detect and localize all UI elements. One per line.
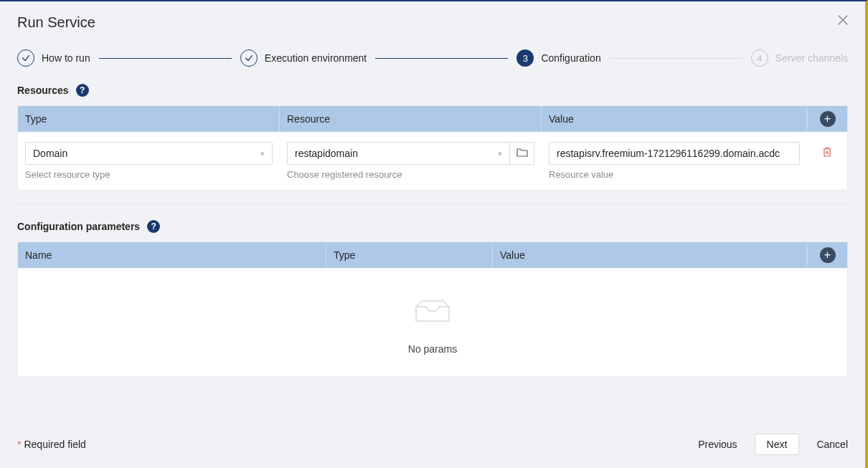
plus-icon: + bbox=[824, 113, 831, 125]
col-type: Type bbox=[18, 106, 280, 132]
type-hint: Select resource type bbox=[25, 169, 273, 180]
select-value: restapidomain bbox=[295, 148, 358, 159]
next-button[interactable]: Next bbox=[755, 434, 800, 455]
resource-hint: Choose registered resource bbox=[287, 169, 534, 180]
plus-icon: + bbox=[824, 249, 831, 261]
modal-title: Run Service bbox=[17, 14, 95, 31]
footer-buttons: Previous Next Cancel bbox=[698, 434, 848, 455]
resource-combo: restapidomain ▾ bbox=[287, 142, 534, 165]
modal-content: Resources ? Type Resource Value + Domai bbox=[0, 84, 865, 434]
resources-title: Resources bbox=[17, 85, 69, 96]
resources-table-body: Domain ▾ Select resource type restapidom… bbox=[18, 132, 847, 190]
chevron-down-icon: ▾ bbox=[260, 149, 265, 158]
col-add: + bbox=[807, 247, 847, 263]
folder-icon bbox=[516, 148, 528, 160]
close-icon bbox=[838, 14, 848, 28]
add-resource-button[interactable]: + bbox=[820, 111, 836, 127]
resources-table-header: Type Resource Value + bbox=[18, 106, 847, 132]
wizard-steps: How to run Execution environment 3 Confi… bbox=[0, 37, 865, 84]
modal-header: Run Service bbox=[0, 1, 865, 37]
step-number: 4 bbox=[751, 49, 768, 67]
step-execution-environment[interactable]: Execution environment bbox=[240, 49, 367, 67]
table-row: Domain ▾ Select resource type restapidom… bbox=[18, 132, 847, 190]
step-how-to-run[interactable]: How to run bbox=[17, 49, 90, 67]
resource-select[interactable]: restapidomain ▾ bbox=[287, 142, 510, 165]
resource-type-select[interactable]: Domain ▾ bbox=[25, 142, 273, 165]
params-title: Configuration parameters bbox=[17, 221, 140, 232]
close-button[interactable] bbox=[838, 14, 848, 27]
section-divider bbox=[17, 204, 848, 204]
empty-text: No params bbox=[18, 343, 847, 355]
run-service-modal: Run Service How to run Execution environ… bbox=[0, 0, 868, 468]
chevron-down-icon: ▾ bbox=[498, 149, 502, 158]
params-empty-state: No params bbox=[18, 268, 847, 376]
step-connector bbox=[375, 58, 508, 59]
resource-value-input[interactable] bbox=[549, 142, 800, 165]
col-param-type: Type bbox=[326, 242, 493, 268]
step-server-channels: 4 Server channels bbox=[751, 49, 848, 67]
step-configuration[interactable]: 3 Configuration bbox=[516, 49, 600, 67]
value-hint: Resource value bbox=[549, 169, 800, 180]
delete-row-button[interactable] bbox=[822, 146, 832, 160]
help-icon[interactable]: ? bbox=[76, 84, 89, 97]
col-add: + bbox=[807, 111, 847, 127]
col-name: Name bbox=[18, 242, 326, 268]
step-connector bbox=[99, 58, 232, 59]
resources-table: Type Resource Value + Domain ▾ S bbox=[17, 105, 848, 191]
step-connector bbox=[610, 58, 742, 59]
trash-icon bbox=[822, 148, 832, 160]
step-label: Server channels bbox=[775, 52, 848, 64]
params-table-header: Name Type Value + bbox=[18, 242, 847, 268]
help-icon[interactable]: ? bbox=[147, 220, 160, 233]
check-icon bbox=[240, 49, 258, 67]
col-resource: Resource bbox=[280, 106, 542, 132]
col-value: Value bbox=[542, 106, 807, 132]
step-label: Configuration bbox=[541, 52, 600, 64]
required-field-note: *Required field bbox=[17, 439, 86, 450]
browse-resource-button[interactable] bbox=[510, 142, 534, 165]
empty-box-icon bbox=[412, 332, 453, 343]
check-icon bbox=[17, 49, 34, 67]
cancel-button[interactable]: Cancel bbox=[816, 439, 848, 450]
asterisk-icon: * bbox=[17, 439, 21, 450]
resources-heading: Resources ? bbox=[17, 84, 848, 97]
params-heading: Configuration parameters ? bbox=[17, 220, 848, 233]
modal-footer: *Required field Previous Next Cancel bbox=[0, 424, 865, 468]
required-label: Required field bbox=[24, 439, 85, 450]
step-label: How to run bbox=[42, 52, 90, 64]
select-value: Domain bbox=[33, 148, 67, 159]
step-label: Execution environment bbox=[265, 52, 367, 64]
params-table: Name Type Value + No params bbox=[17, 242, 848, 377]
step-number: 3 bbox=[516, 49, 534, 67]
add-param-button[interactable]: + bbox=[820, 247, 836, 263]
previous-button[interactable]: Previous bbox=[698, 439, 737, 450]
col-param-value: Value bbox=[493, 242, 807, 268]
